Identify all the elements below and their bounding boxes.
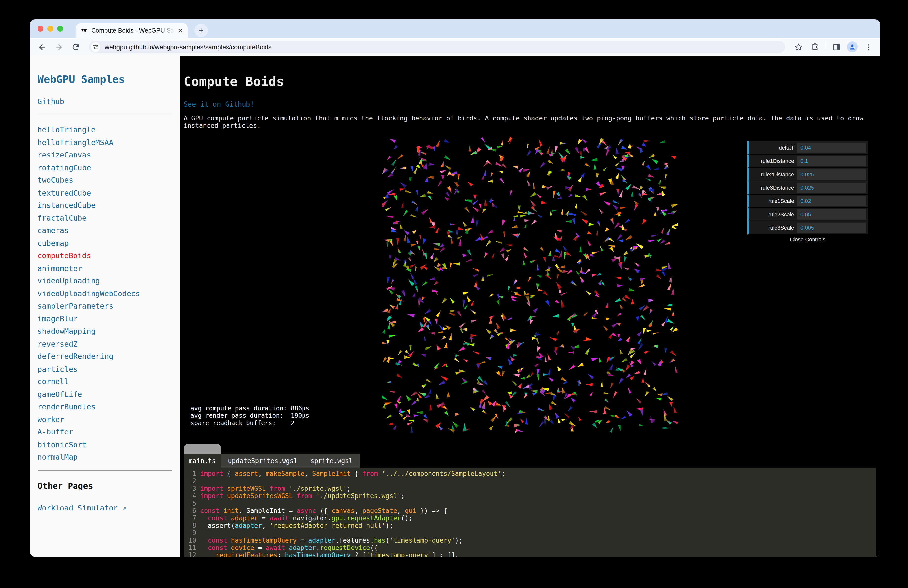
- sample-link-deferredRendering[interactable]: deferredRendering: [37, 351, 172, 363]
- minimize-window-button[interactable]: [47, 26, 53, 32]
- page-title: Compute Boids: [184, 74, 284, 89]
- workload-simulator-link[interactable]: Workload Simulator ↗: [37, 503, 127, 512]
- code-line-2: 2: [188, 477, 876, 485]
- sample-link-samplerParameters[interactable]: samplerParameters: [37, 300, 172, 313]
- extensions-icon[interactable]: [809, 40, 822, 53]
- side-panel-icon[interactable]: [830, 40, 843, 53]
- url-bar[interactable]: webgpu.github.io/webgpu-samples/samples/…: [89, 41, 785, 53]
- code-viewer: 1import { assert, makeSample, SampleInit…: [184, 467, 876, 557]
- sample-link-videoUploadingWebCodecs[interactable]: videoUploadingWebCodecs: [37, 288, 172, 300]
- gui-value-input[interactable]: 0.1: [797, 156, 866, 166]
- browser-tab[interactable]: Compute Boids - WebGPU Sa ✕: [76, 23, 188, 38]
- code-line-10: 10 const hasTimestampQuery = adapter.fea…: [188, 536, 876, 544]
- sample-link-reversedZ[interactable]: reversedZ: [37, 338, 172, 351]
- url-text[interactable]: webgpu.github.io/webgpu-samples/samples/…: [105, 43, 271, 51]
- page-content: WebGPU Samples Github helloTrianglehello…: [30, 56, 881, 557]
- sample-link-A-buffer[interactable]: A-buffer: [37, 426, 172, 439]
- code-line-4: 4import updateSpritesWGSL from './update…: [188, 492, 876, 499]
- gui-row-rule3Distance: rule3Distance0.025: [747, 181, 868, 195]
- site-settings-icon[interactable]: [91, 42, 100, 52]
- sample-link-cubemap[interactable]: cubemap: [37, 237, 172, 250]
- gui-value-input[interactable]: 0.05: [797, 209, 866, 219]
- screen: Compute Boids - WebGPU Sa ✕ + webgpu.git…: [0, 0, 908, 588]
- github-link[interactable]: Github: [37, 97, 64, 106]
- new-tab-button[interactable]: +: [195, 24, 208, 37]
- gui-row-deltaT: deltaT0.04: [747, 141, 868, 155]
- code-line-7: 7 const adapter = await navigator.gpu.re…: [188, 514, 876, 522]
- other-pages-heading: Other Pages: [37, 481, 172, 490]
- sample-link-rotatingCube[interactable]: rotatingCube: [37, 162, 172, 174]
- gui-value-input[interactable]: 0.025: [797, 182, 866, 193]
- code-line-8: 8 assert(adapter, 'requestAdapter return…: [188, 522, 876, 529]
- close-window-button[interactable]: [37, 26, 43, 32]
- gui-label: rule2Distance: [749, 171, 797, 177]
- sample-link-bitonicSort[interactable]: bitonicSort: [37, 439, 172, 451]
- reload-button[interactable]: [69, 40, 82, 53]
- sample-link-gameOfLife[interactable]: gameOfLife: [37, 388, 172, 401]
- sample-link-cornell[interactable]: cornell: [37, 376, 172, 388]
- gui-value-input[interactable]: 0.04: [797, 142, 866, 153]
- tab-strip: Compute Boids - WebGPU Sa ✕ +: [30, 19, 881, 38]
- sample-link-helloTriangleMSAA[interactable]: helloTriangleMSAA: [37, 137, 172, 149]
- browser-window: Compute Boids - WebGPU Sa ✕ + webgpu.git…: [30, 19, 881, 557]
- code-line-11: 11 const device = await adapter.requestD…: [188, 544, 876, 551]
- sample-link-worker[interactable]: worker: [37, 414, 172, 426]
- sample-link-shadowMapping[interactable]: shadowMapping: [37, 325, 172, 338]
- webgpu-favicon-icon: [80, 27, 88, 34]
- gui-value-input[interactable]: 0.005: [797, 222, 866, 233]
- close-controls-button[interactable]: Close Controls: [747, 235, 868, 244]
- sample-link-videoUploading[interactable]: videoUploading: [37, 275, 172, 288]
- sample-link-animometer[interactable]: animometer: [37, 263, 172, 275]
- gui-label: deltaT: [749, 145, 797, 151]
- gui-label: rule1Scale: [749, 198, 797, 204]
- sample-link-computeBoids[interactable]: computeBoids: [37, 250, 172, 263]
- see-on-github-link[interactable]: See it on Github!: [184, 100, 254, 108]
- stats-readout: avg compute pass duration: 886µs avg ren…: [190, 404, 309, 427]
- tab-title: Compute Boids - WebGPU Sa: [91, 27, 174, 34]
- sidebar-divider: [37, 113, 172, 113]
- gui-label: rule2Scale: [749, 211, 797, 217]
- profile-avatar[interactable]: [847, 42, 858, 52]
- sample-link-imageBlur[interactable]: imageBlur: [37, 313, 172, 325]
- gui-value-input[interactable]: 0.025: [797, 169, 866, 179]
- main-content: Compute Boids See it on Github! A GPU co…: [180, 56, 881, 557]
- sample-link-resizeCanvas[interactable]: resizeCanvas: [37, 149, 172, 162]
- sample-link-cameras[interactable]: cameras: [37, 225, 172, 237]
- code-line-9: 9: [188, 529, 876, 536]
- gui-row-rule3Scale: rule3Scale0.005: [747, 221, 868, 235]
- tab-close-icon[interactable]: ✕: [178, 27, 183, 34]
- sample-link-fractalCube[interactable]: fractalCube: [37, 212, 172, 225]
- gui-label: rule3Distance: [749, 185, 797, 190]
- zoom-window-button[interactable]: [57, 26, 63, 32]
- code-line-12: 12 requiredFeatures: hasTimestampQuery ?…: [188, 551, 876, 557]
- code-line-5: 5: [188, 499, 876, 507]
- sample-link-renderBundles[interactable]: renderBundles: [37, 401, 172, 414]
- code-line-1: 1import { assert, makeSample, SampleInit…: [188, 470, 876, 477]
- code-line-3: 3import spriteWGSL from './sprite.wgsl';: [188, 485, 876, 492]
- gui-row-rule1Scale: rule1Scale0.02: [747, 195, 868, 208]
- code-tab-updateSprites.wgsl[interactable]: updateSprites.wgsl: [228, 457, 298, 464]
- gui-row-rule2Scale: rule2Scale0.05: [747, 208, 868, 221]
- gui-row-rule1Distance: rule1Distance0.1: [747, 155, 868, 168]
- gui-row-rule2Distance: rule2Distance0.025: [747, 168, 868, 181]
- code-line-6: 6const init: SampleInit = async ({ canva…: [188, 507, 876, 514]
- browser-toolbar: webgpu.github.io/webgpu-samples/samples/…: [30, 38, 881, 56]
- gui-label: rule3Scale: [749, 225, 797, 230]
- code-tab-main.ts[interactable]: main.ts: [184, 454, 221, 467]
- gui-panel: deltaT0.04rule1Distance0.1rule2Distance0…: [747, 141, 868, 244]
- toolbar-divider: [826, 43, 826, 51]
- code-tab-sprite.wgsl[interactable]: sprite.wgsl: [311, 457, 353, 464]
- sample-link-helloTriangle[interactable]: helloTriangle: [37, 124, 172, 137]
- sample-link-particles[interactable]: particles: [37, 363, 172, 376]
- back-button[interactable]: [35, 40, 48, 53]
- menu-kebab-icon[interactable]: [861, 40, 874, 53]
- bookmark-star-icon[interactable]: [792, 40, 805, 53]
- gui-rows: deltaT0.04rule1Distance0.1rule2Distance0…: [747, 141, 868, 235]
- forward-button[interactable]: [52, 40, 65, 53]
- gui-value-input[interactable]: 0.02: [797, 196, 866, 206]
- sample-link-normalMap[interactable]: normalMap: [37, 451, 172, 464]
- sample-link-instancedCube[interactable]: instancedCube: [37, 200, 172, 212]
- sample-description: A GPU compute particle simulation that m…: [184, 115, 876, 129]
- sample-link-twoCubes[interactable]: twoCubes: [37, 174, 172, 187]
- sample-link-texturedCube[interactable]: texturedCube: [37, 187, 172, 200]
